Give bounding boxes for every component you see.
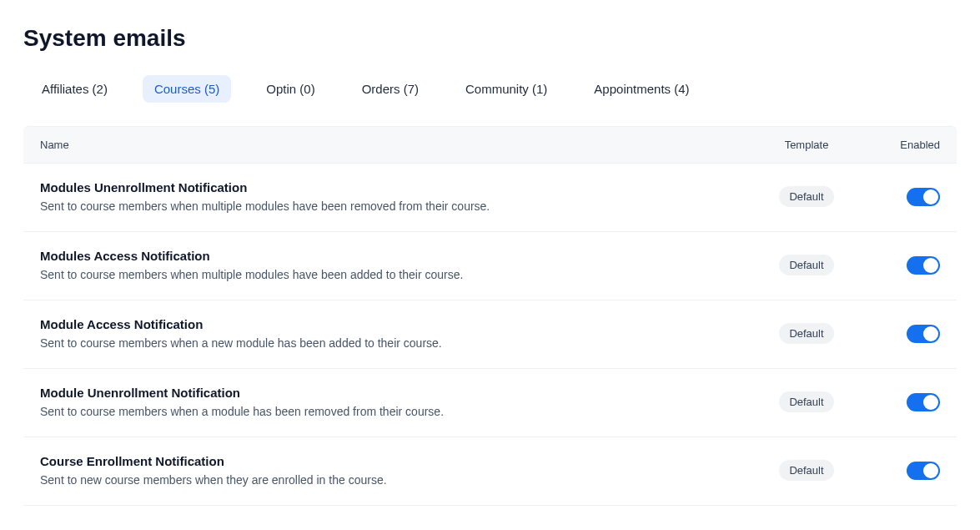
row-enabled-cell — [873, 188, 940, 206]
tab-optin-0[interactable]: Optin (0) — [254, 75, 326, 103]
row-enabled-cell — [873, 256, 940, 275]
template-badge[interactable]: Default — [779, 186, 833, 207]
row-name-cell: Module Unenrollment NotificationSent to … — [40, 386, 740, 418]
email-title: Module Access Notification — [40, 317, 740, 331]
tab-affiliates-2[interactable]: Affiliates (2) — [30, 75, 119, 103]
tabs-nav: Affiliates (2)Courses (5)Optin (0)Orders… — [23, 75, 957, 103]
enabled-toggle[interactable] — [907, 188, 940, 206]
email-description: Sent to new course members when they are… — [40, 473, 740, 487]
template-badge[interactable]: Default — [779, 460, 833, 481]
row-enabled-cell — [873, 393, 940, 411]
email-description: Sent to course members when a new module… — [40, 336, 740, 350]
toggle-knob — [923, 326, 938, 341]
row-enabled-cell — [873, 325, 940, 343]
column-header-name: Name — [40, 139, 740, 151]
row-template-cell: Default — [740, 186, 873, 207]
toggle-knob — [923, 395, 938, 410]
enabled-toggle[interactable] — [907, 393, 940, 411]
template-badge[interactable]: Default — [779, 391, 833, 412]
row-template-cell: Default — [740, 323, 873, 344]
row-template-cell: Default — [740, 255, 873, 275]
enabled-toggle[interactable] — [907, 256, 940, 275]
email-title: Modules Unenrollment Notification — [40, 180, 740, 194]
enabled-toggle[interactable] — [907, 462, 940, 480]
column-header-enabled: Enabled — [873, 139, 940, 151]
row-template-cell: Default — [740, 460, 873, 481]
page-title: System emails — [23, 25, 957, 52]
email-description: Sent to course members when a module has… — [40, 405, 740, 418]
email-title: Course Enrollment Notification — [40, 454, 740, 468]
table-row: Modules Access NotificationSent to cours… — [23, 232, 957, 300]
email-description: Sent to course members when multiple mod… — [40, 199, 740, 213]
emails-table: Name Template Enabled Modules Unenrollme… — [23, 126, 957, 506]
row-template-cell: Default — [740, 391, 873, 412]
table-header: Name Template Enabled — [23, 126, 957, 164]
enabled-toggle[interactable] — [907, 325, 940, 343]
email-description: Sent to course members when multiple mod… — [40, 268, 740, 281]
row-name-cell: Module Access NotificationSent to course… — [40, 317, 740, 350]
tab-community-1[interactable]: Community (1) — [454, 75, 559, 103]
table-row: Modules Unenrollment NotificationSent to… — [23, 164, 957, 232]
tab-orders-7[interactable]: Orders (7) — [350, 75, 430, 103]
table-row: Course Enrollment NotificationSent to ne… — [23, 437, 957, 506]
table-row: Module Unenrollment NotificationSent to … — [23, 369, 957, 437]
toggle-knob — [923, 189, 938, 204]
tab-appointments-4[interactable]: Appointments (4) — [582, 75, 701, 103]
row-name-cell: Modules Unenrollment NotificationSent to… — [40, 180, 740, 213]
template-badge[interactable]: Default — [779, 323, 833, 344]
toggle-knob — [923, 258, 938, 273]
email-title: Modules Access Notification — [40, 249, 740, 263]
template-badge[interactable]: Default — [779, 255, 833, 275]
row-enabled-cell — [873, 462, 940, 480]
tab-courses-5[interactable]: Courses (5) — [143, 75, 231, 103]
email-title: Module Unenrollment Notification — [40, 386, 740, 400]
row-name-cell: Modules Access NotificationSent to cours… — [40, 249, 740, 281]
column-header-template: Template — [740, 139, 873, 151]
toggle-knob — [923, 463, 938, 478]
row-name-cell: Course Enrollment NotificationSent to ne… — [40, 454, 740, 487]
table-row: Module Access NotificationSent to course… — [23, 300, 957, 369]
